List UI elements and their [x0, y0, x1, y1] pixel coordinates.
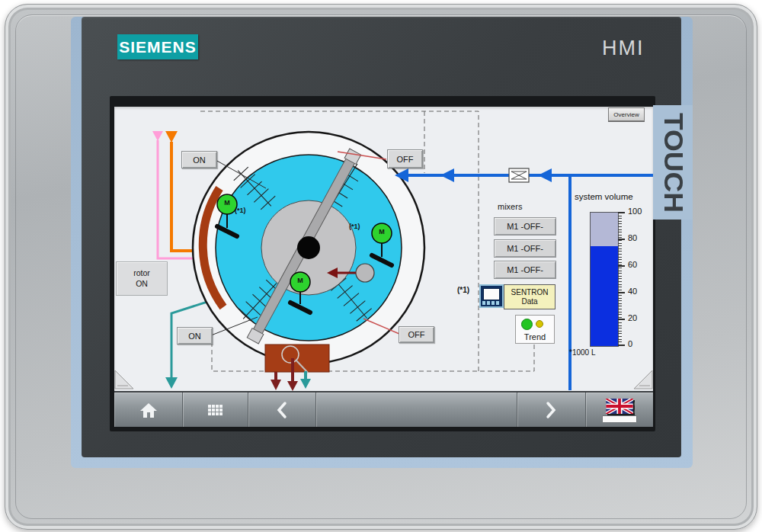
sentron-data-button[interactable]: SENTRON Data [504, 284, 555, 309]
status-dot-green [521, 319, 533, 330]
overview-button[interactable]: Overview [608, 107, 645, 121]
siemens-hmi-panel: SIEMENS HMI TOUCH [0, 0, 762, 532]
flow-arrow-icon [538, 168, 552, 182]
discharge-arrow-icon [287, 381, 298, 391]
gauge-title: system volume [575, 192, 633, 201]
system-volume-gauge [590, 212, 619, 347]
rotor-button-line2: ON [136, 279, 148, 289]
trend-label: Trend [516, 332, 554, 341]
navbar-spacer [316, 393, 517, 427]
teal-arrow-icon [165, 377, 178, 389]
navigation-bar [114, 391, 653, 427]
gauge-tick-label: 80 [628, 233, 648, 242]
pink-arrow-icon [152, 131, 163, 141]
next-page-button[interactable] [517, 393, 585, 427]
gauge-major-tick [618, 319, 625, 320]
language-button[interactable] [586, 393, 653, 427]
gauge-fill [591, 246, 618, 346]
touch-tab: TOUCH [653, 105, 693, 220]
home-icon [139, 402, 158, 418]
mixer-button-1[interactable]: M1 -OFF- [494, 217, 556, 236]
footnote-label: (*1) [349, 223, 360, 230]
sentron-meter-keys [482, 301, 501, 305]
discharge-arrow-icon [300, 379, 311, 389]
footnote-label: (*1) [235, 207, 246, 214]
keyboard-button[interactable] [183, 393, 248, 427]
language-field [602, 415, 637, 423]
gauge-tick-label: 0 [628, 339, 648, 348]
mixers-title: mixers [498, 202, 522, 211]
orange-arrow-icon [165, 131, 178, 143]
hmi-model-label: HMI [602, 37, 645, 60]
rotor-on-button[interactable]: rotor ON [116, 261, 168, 296]
touch-tab-text: TOUCH [659, 113, 686, 213]
tank-hub [297, 236, 320, 259]
page-curl-icons [115, 370, 652, 389]
gauge-tick-label: 40 [628, 287, 648, 296]
keyboard-grid-icon [208, 405, 223, 415]
gauge-major-tick [618, 292, 625, 293]
sentron-footnote: (*1) [457, 286, 469, 294]
chevron-left-icon [277, 401, 287, 419]
flow-arrow-icon [440, 168, 454, 182]
trend-button[interactable]: Trend [515, 315, 555, 344]
sentron-meter-display [483, 288, 500, 300]
chevron-right-icon [546, 401, 556, 419]
off-button-top-right[interactable]: OFF [387, 149, 423, 168]
gauge-tick-label: 100 [628, 207, 648, 216]
motor-letter: M [294, 277, 306, 284]
pipe-fitting-icon [509, 168, 529, 182]
previous-page-button[interactable] [248, 393, 316, 427]
sludge-pit [265, 345, 329, 391]
status-dot-yellow [536, 320, 543, 328]
sentron-button-line2: Data [521, 297, 537, 306]
gauge-major-tick [618, 265, 625, 267]
home-button[interactable] [114, 393, 183, 427]
off-button-bottom-right[interactable]: OFF [399, 326, 434, 343]
on-button-bottom-left[interactable]: ON [177, 327, 213, 345]
language-widget [602, 399, 637, 423]
on-button-top-left[interactable]: ON [181, 151, 217, 168]
gauge-tick-label: 20 [628, 313, 648, 322]
siemens-logo: SIEMENS [117, 34, 198, 59]
gauge-major-tick [618, 239, 625, 240]
motor-letter: M [376, 228, 388, 236]
sentron-button-line1: SENTRON [511, 288, 549, 297]
sentron-meter-icon [479, 284, 504, 308]
siemens-logo-text: SIEMENS [119, 38, 197, 56]
discharge-arrow-icon [271, 380, 281, 390]
mixer-button-3[interactable]: M1 -OFF- [494, 261, 556, 279]
uk-flag-icon [606, 399, 633, 414]
gauge-major-tick [618, 345, 625, 346]
motor-letter: M [221, 199, 233, 207]
gauge-major-tick [618, 212, 625, 213]
rotor-button-line1: rotor [133, 268, 150, 278]
gauge-minor-ticks [618, 213, 622, 345]
mixer-button-2[interactable]: M1 -OFF- [494, 239, 556, 258]
gauge-unit-label: *1000 L [569, 348, 595, 357]
gauge-tick-label: 60 [628, 260, 648, 269]
